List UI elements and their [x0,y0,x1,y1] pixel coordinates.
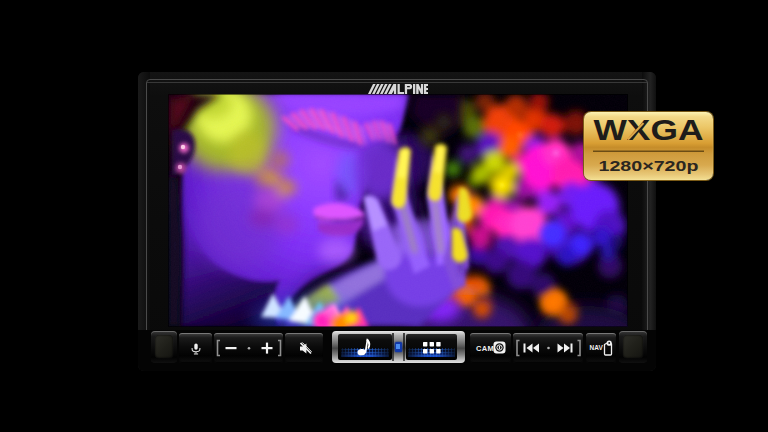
svg-text:1280×720p: 1280×720p [599,157,699,174]
svg-text:WXGA: WXGA [594,113,704,146]
